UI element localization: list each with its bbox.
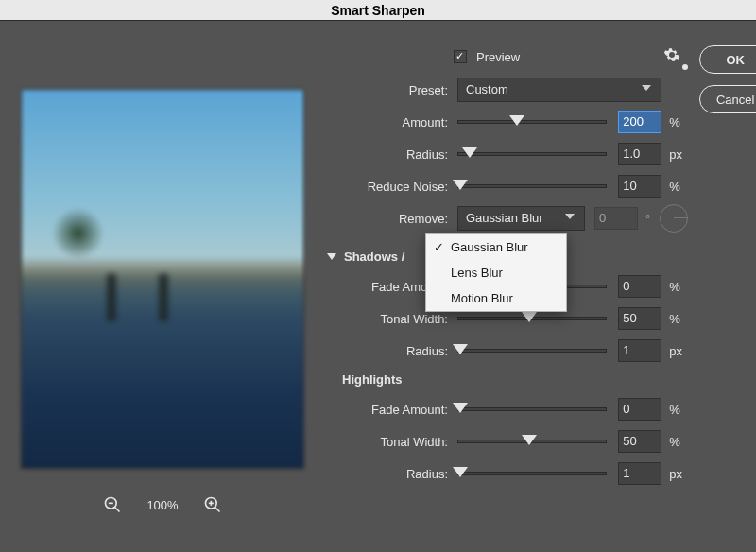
dropdown-item-lens-blur[interactable]: Lens Blur (426, 260, 566, 285)
highlights-tonal-slider[interactable] (457, 440, 607, 443)
triangle-down-icon (327, 253, 336, 260)
shadows-tonal-slider[interactable] (457, 317, 607, 320)
shadows-tonal-label: Tonal Width: (321, 312, 457, 326)
ok-button[interactable]: OK (699, 45, 756, 74)
amount-slider[interactable] (457, 120, 607, 124)
chevron-down-icon (565, 214, 575, 219)
radius-label: Radius: (321, 147, 457, 162)
amount-unit: % (662, 115, 688, 129)
zoom-out-icon[interactable] (103, 495, 122, 514)
remove-dropdown-menu[interactable]: Gaussian Blur Lens Blur Motion Blur (425, 233, 567, 312)
highlights-fade-label: Fade Amount: (321, 403, 457, 417)
preset-dropdown[interactable]: Custom (457, 78, 662, 102)
remove-dropdown[interactable]: Gaussian Blur (457, 206, 585, 231)
slider-thumb[interactable] (453, 467, 468, 477)
degree-unit: ° (645, 212, 650, 226)
amount-label: Amount: (321, 115, 457, 129)
highlights-radius-slider[interactable] (457, 472, 607, 475)
slider-thumb[interactable] (522, 312, 537, 322)
radius-input[interactable]: 1.0 (618, 143, 662, 165)
reduce-noise-slider[interactable] (457, 184, 607, 188)
amount-input[interactable]: 200 (618, 111, 662, 133)
highlights-fade-input[interactable]: 0 (618, 398, 662, 421)
reduce-noise-input[interactable]: 10 (618, 175, 662, 198)
reduce-noise-unit: % (662, 180, 688, 194)
zoom-percentage: 100% (146, 498, 178, 512)
highlights-fade-slider[interactable] (457, 407, 607, 411)
reduce-noise-slider-thumb[interactable] (453, 180, 468, 190)
chevron-down-icon (642, 85, 651, 91)
preview-label: Preview (476, 50, 520, 64)
radius-slider[interactable] (457, 152, 607, 156)
dropdown-item-gaussian-blur[interactable]: Gaussian Blur (426, 234, 566, 260)
cancel-button[interactable]: Cancel (699, 85, 756, 113)
reduce-noise-label: Reduce Noise: (321, 180, 457, 194)
dropdown-item-motion-blur[interactable]: Motion Blur (426, 285, 566, 311)
zoom-in-icon[interactable] (203, 495, 222, 514)
svg-line-4 (215, 508, 219, 512)
svg-line-1 (115, 508, 120, 512)
remove-label: Remove: (321, 212, 457, 226)
radius-unit: px (662, 147, 688, 162)
shadows-radius-slider[interactable] (457, 349, 607, 353)
preset-label: Preset: (321, 83, 457, 97)
amount-slider-thumb[interactable] (509, 115, 524, 126)
highlights-radius-label: Radius: (321, 467, 457, 481)
angle-dial (660, 204, 688, 233)
shadows-radius-label: Radius: (321, 344, 457, 358)
radius-slider-thumb[interactable] (462, 147, 477, 158)
preview-checkbox[interactable] (454, 50, 467, 63)
shadows-radius-input[interactable]: 1 (618, 339, 662, 362)
shadows-fade-input[interactable]: 0 (618, 275, 662, 298)
slider-thumb[interactable] (453, 344, 468, 354)
highlights-radius-input[interactable]: 1 (618, 462, 662, 485)
dialog-title: Smart Sharpen (0, 0, 756, 21)
shadows-tonal-input[interactable]: 50 (618, 307, 662, 330)
slider-thumb[interactable] (522, 435, 537, 445)
slider-thumb[interactable] (453, 403, 468, 413)
preview-image[interactable] (21, 89, 304, 469)
highlights-tonal-label: Tonal Width: (321, 435, 457, 449)
remove-angle-input: 0 (594, 207, 638, 230)
highlights-tonal-input[interactable]: 50 (618, 430, 662, 453)
highlights-heading: Highlights (321, 367, 688, 393)
settings-gear-icon[interactable] (663, 46, 684, 67)
